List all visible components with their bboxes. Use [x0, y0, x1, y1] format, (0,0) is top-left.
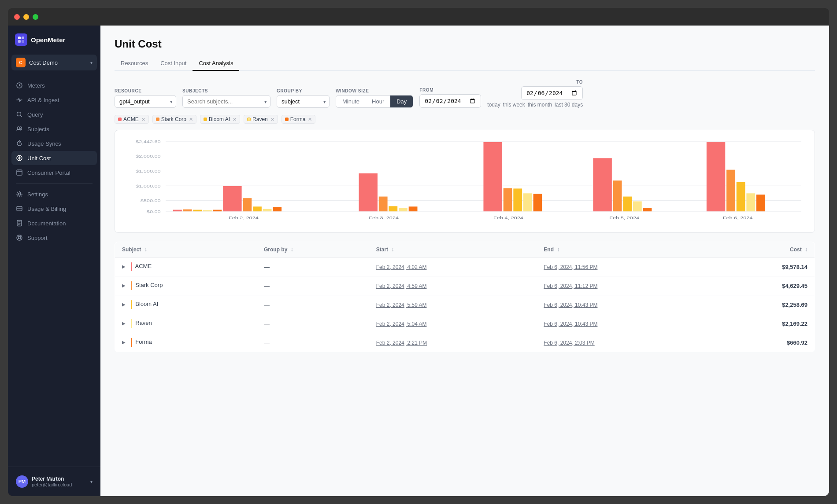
sidebar-item-label-subjects: Subjects	[27, 126, 49, 132]
shortcut-today[interactable]: today	[487, 102, 500, 108]
end-link-acme[interactable]: Feb 6, 2024, 11:56 PM	[544, 264, 597, 270]
group-by-select-wrapper: subject	[277, 95, 330, 108]
shortcut-this-month[interactable]: this month	[528, 102, 552, 108]
svg-rect-33	[223, 186, 241, 211]
cell-start-bloom-ai: Feb 2, 2024, 5:59 AM	[369, 295, 537, 314]
expand-btn-bloom-ai[interactable]: ▶	[122, 302, 126, 307]
shortcut-last-30-days[interactable]: last 30 days	[555, 102, 583, 108]
col-end[interactable]: End ↕	[537, 242, 712, 258]
svg-text:$2,000.00: $2,000.00	[136, 155, 161, 158]
col-cost[interactable]: Cost ↕	[712, 242, 815, 258]
sort-icon-cost: ↕	[805, 246, 807, 253]
legend-raven: Raven ✕	[244, 115, 278, 124]
svg-rect-29	[183, 210, 192, 212]
start-link-stark-corp[interactable]: Feb 2, 2024, 4:59 AM	[376, 283, 427, 289]
titlebar	[8, 8, 829, 26]
sidebar-item-settings[interactable]: Settings	[11, 187, 97, 201]
svg-rect-1	[22, 37, 24, 39]
legend-dot-acme	[118, 118, 122, 121]
close-button[interactable]	[14, 14, 20, 20]
sidebar-item-meters[interactable]: Meters	[11, 78, 97, 92]
sidebar-item-label-consumer-portal: Consumer Portal	[27, 169, 70, 176]
tab-resources[interactable]: Resources	[115, 56, 154, 71]
col-subject[interactable]: Subject ↕	[115, 242, 257, 258]
main-content: Unit Cost Resources Cost Input Cost Anal…	[100, 26, 829, 496]
subjects-icon	[16, 125, 23, 132]
col-start[interactable]: Start ↕	[369, 242, 537, 258]
expand-btn-forma[interactable]: ▶	[122, 340, 126, 345]
legend-remove-acme[interactable]: ✕	[141, 117, 145, 122]
svg-rect-31	[203, 210, 212, 211]
svg-text:$1,500.00: $1,500.00	[136, 169, 161, 173]
col-group-by[interactable]: Group by ↕	[257, 242, 369, 258]
portal-icon	[16, 169, 23, 176]
tab-cost-input[interactable]: Cost Input	[154, 56, 193, 71]
sidebar-item-usage-syncs[interactable]: Usage Syncs	[11, 136, 97, 151]
end-link-stark-corp[interactable]: Feb 6, 2024, 11:12 PM	[544, 283, 597, 289]
sidebar-item-usage-billing[interactable]: Usage & Billing	[11, 202, 97, 216]
svg-rect-43	[409, 206, 418, 211]
sidebar-item-unit-cost[interactable]: Unit Cost	[11, 151, 97, 165]
svg-rect-48	[523, 193, 532, 211]
legend-remove-raven[interactable]: ✕	[270, 117, 274, 122]
expand-btn-stark-corp[interactable]: ▶	[122, 283, 126, 288]
subjects-input[interactable]	[182, 95, 270, 108]
svg-text:$1,000.00: $1,000.00	[136, 184, 161, 188]
legend-remove-bloom-ai[interactable]: ✕	[233, 117, 237, 122]
sidebar-item-query[interactable]: Query	[11, 107, 97, 121]
legend-remove-forma[interactable]: ✕	[308, 117, 312, 122]
cell-start-acme: Feb 2, 2024, 4:02 AM	[369, 258, 537, 276]
window-minute-btn[interactable]: Minute	[336, 96, 366, 107]
svg-text:Feb 6, 2024: Feb 6, 2024	[723, 216, 753, 220]
org-selector[interactable]: C Cost Demo ▾	[11, 55, 97, 70]
start-link-raven[interactable]: Feb 2, 2024, 5:04 AM	[376, 321, 427, 327]
svg-point-15	[19, 237, 21, 239]
sidebar-item-support[interactable]: Support	[11, 231, 97, 245]
group-by-select[interactable]: subject	[277, 95, 330, 108]
user-info[interactable]: PM Peter Marton peter@tailfin.cloud ▾	[11, 472, 97, 491]
org-left: C Cost Demo	[16, 58, 58, 67]
window-size-toggle: Minute Hour Day	[336, 95, 413, 108]
maximize-button[interactable]	[33, 14, 38, 20]
resource-select[interactable]: gpt4_output	[115, 95, 176, 108]
cell-subject-bloom-ai: ▶ Bloom AI	[115, 295, 257, 314]
sidebar-item-consumer-portal[interactable]: Consumer Portal	[11, 166, 97, 180]
org-name: Cost Demo	[29, 59, 58, 66]
start-link-acme[interactable]: Feb 2, 2024, 4:02 AM	[376, 264, 427, 270]
sidebar-item-documentation[interactable]: Documentation	[11, 216, 97, 230]
sidebar-item-subjects[interactable]: Subjects	[11, 122, 97, 136]
chart-inner: $2,442.60 $2,000.00 $1,500.00 $1,000.00 …	[122, 137, 807, 225]
to-date-input[interactable]	[521, 86, 583, 100]
row-indicator-stark-corp	[131, 281, 132, 290]
legend-label-bloom-ai: Bloom AI	[209, 116, 230, 122]
shortcut-this-week[interactable]: this week	[503, 102, 525, 108]
tab-cost-analysis[interactable]: Cost Analysis	[193, 56, 239, 71]
end-link-raven[interactable]: Feb 6, 2024, 10:43 PM	[544, 321, 597, 327]
from-date-input[interactable]	[419, 94, 481, 108]
table-row: ▶ Stark Corp — Feb 2, 2024, 4:59 AM Feb …	[115, 276, 815, 295]
svg-rect-28	[173, 210, 182, 212]
sidebar-item-label-api: API & Ingest	[27, 97, 59, 103]
cell-cost-raven: $2,169.22	[712, 314, 815, 333]
user-email: peter@tailfin.cloud	[32, 482, 87, 487]
start-link-bloom-ai[interactable]: Feb 2, 2024, 5:59 AM	[376, 302, 427, 308]
minimize-button[interactable]	[23, 14, 29, 20]
legend-remove-stark-corp[interactable]: ✕	[189, 117, 193, 122]
window-hour-btn[interactable]: Hour	[366, 96, 390, 107]
legend-bloom-ai: Bloom AI ✕	[200, 115, 240, 124]
sidebar-item-label-meters: Meters	[27, 82, 45, 89]
end-link-bloom-ai[interactable]: Feb 6, 2024, 10:43 PM	[544, 302, 597, 308]
cell-end-forma: Feb 6, 2024, 2:03 PM	[537, 333, 712, 352]
sort-icon-start: ↕	[391, 246, 394, 253]
cell-subject-raven: ▶ Raven	[115, 314, 257, 333]
svg-rect-34	[243, 198, 252, 211]
svg-point-7	[20, 127, 22, 129]
org-avatar: C	[16, 58, 26, 67]
start-link-forma[interactable]: Feb 2, 2024, 2:21 PM	[376, 340, 427, 346]
end-link-forma[interactable]: Feb 6, 2024, 2:03 PM	[544, 340, 594, 346]
subjects-filter-group: SUBJECTS	[182, 88, 270, 108]
expand-btn-raven[interactable]: ▶	[122, 321, 126, 326]
expand-btn-acme[interactable]: ▶	[122, 264, 126, 269]
sidebar-item-api-ingest[interactable]: API & Ingest	[11, 93, 97, 107]
window-day-btn[interactable]: Day	[390, 96, 413, 107]
